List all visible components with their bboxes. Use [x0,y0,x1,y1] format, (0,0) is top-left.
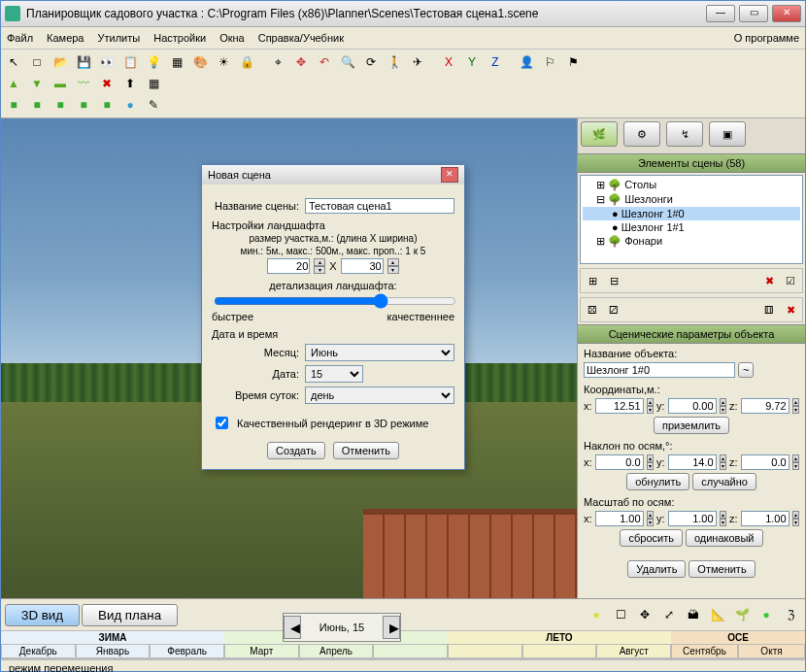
dice3-icon[interactable]: ⚅ [759,300,779,319]
name-dropdown[interactable]: ~ [738,362,754,378]
close-button[interactable]: ✕ [772,5,801,22]
x-axis-icon[interactable]: X [438,51,459,73]
terrain-down-icon[interactable]: ▼ [26,73,48,94]
palette-icon[interactable]: 🎨 [189,51,211,73]
render-checkbox[interactable] [216,417,228,429]
menu-file[interactable]: Файл [7,32,33,44]
tool-a-icon[interactable]: 👤 [516,51,537,73]
month[interactable]: Октя [738,644,805,658]
create-button[interactable]: Создать [267,442,325,459]
terrain-up-icon[interactable]: ▲ [3,73,24,94]
menu-about[interactable]: О программе [734,32,799,44]
menu-windows[interactable]: Окна [219,32,245,44]
water-icon[interactable]: ● [119,94,141,116]
scale-icon[interactable]: ⤢ [658,604,680,625]
tree-item[interactable]: ● Шезлонг 1#0 [583,207,800,220]
month[interactable] [373,644,448,658]
dialog-cancel-button[interactable]: Отменить [333,442,399,459]
tab-objects[interactable]: ▣ [709,121,746,147]
delete-button[interactable]: Удалить [627,560,686,578]
tree-item[interactable]: ⊟ 🌳 Шезлонги [583,192,800,207]
date-next-button[interactable]: ▶ [383,616,400,639]
move-icon[interactable]: ✥ [290,51,312,73]
menu-help[interactable]: Справка/Учебник [258,32,344,44]
scale-x-input[interactable] [595,511,644,526]
coord-z-input[interactable] [741,398,789,414]
cancel-button[interactable]: Отменить [688,560,755,578]
tree-item[interactable]: ● Шезлонг 1#1 [583,220,800,234]
measure-icon[interactable]: 📐 [707,604,728,625]
month[interactable]: Декабрь [1,644,76,658]
menu-settings[interactable]: Настройки [153,32,206,44]
del2-icon[interactable]: ✖ [781,300,800,319]
expand-icon[interactable]: ⊞ [583,271,602,290]
scale-z-input[interactable] [741,511,789,526]
nav-icon[interactable]: ⌖ [267,51,288,73]
plant-icon[interactable]: 🌱 [731,604,753,625]
y-axis-icon[interactable]: Y [461,51,483,73]
ground-button[interactable]: приземлить [654,417,729,434]
dim-y-input[interactable] [341,258,384,274]
detail-slider[interactable] [214,293,456,309]
scene-tree[interactable]: ⊞ 🌳 Столы ⊟ 🌳 Шезлонги ● Шезлонг 1#0 ● Ш… [580,175,803,264]
texture-icon[interactable]: ▦ [166,51,187,73]
tool-c-icon[interactable]: ⚑ [562,51,584,73]
date-select[interactable]: 15 [305,365,363,383]
tree-item[interactable]: ⊞ 🌳 Столы [583,178,800,192]
walk-icon[interactable]: 🚶 [384,51,405,73]
light-icon[interactable]: 💡 [143,51,164,73]
month-select[interactable]: Июнь [305,344,454,361]
month[interactable]: Февраль [150,644,224,658]
new-icon[interactable]: □ [26,51,48,73]
clipboard-icon[interactable]: 📋 [119,51,141,73]
menu-camera[interactable]: Камера [47,32,84,44]
random-button[interactable]: случайно [692,473,756,490]
month[interactable]: Апрель [299,644,374,658]
maximize-button[interactable]: ▭ [739,5,768,22]
sel-tree-icon[interactable]: ☑ [781,271,800,290]
view-plan-button[interactable]: Вид плана [82,604,178,626]
del-tree-icon[interactable]: ✖ [759,271,779,290]
paint3-icon[interactable]: ■ [50,94,71,116]
paint4-icon[interactable]: ■ [73,94,94,116]
date-prev-button[interactable]: ◀ [284,616,301,639]
dialog-close-icon[interactable]: ✕ [441,167,458,183]
coord-y-input[interactable] [668,398,717,414]
binoculars-icon[interactable]: 👀 [96,51,118,73]
terrain-flat-icon[interactable]: ▬ [50,73,71,94]
tilt-z-input[interactable] [741,454,789,470]
scene-name-input[interactable] [305,198,454,214]
same-button[interactable]: одинаковый [686,529,763,547]
tree-item[interactable]: ⊞ 🌳 Фонари [583,234,800,249]
move2-icon[interactable]: ✥ [634,604,655,625]
paint5-icon[interactable]: ■ [96,94,118,116]
tab-paths[interactable]: ↯ [666,121,703,147]
terrain-smooth-icon[interactable]: 〰 [73,73,94,94]
tilt-y-input[interactable] [668,454,717,470]
menu-utils[interactable]: Утилиты [98,32,141,44]
month[interactable]: Март [224,644,299,658]
import-icon[interactable]: ⬆ [119,73,141,94]
lock-icon[interactable]: 🔒 [236,51,257,73]
minimize-button[interactable]: — [706,5,735,22]
paint1-icon[interactable]: ■ [3,94,24,116]
scale-y-input[interactable] [668,511,717,526]
coord-x-input[interactable] [595,398,644,414]
dim-x-input[interactable] [267,258,310,274]
month[interactable]: Сентябрь [671,644,738,658]
tilt-x-input[interactable] [595,454,644,470]
zoom-icon[interactable]: 🔍 [337,51,358,73]
select-icon[interactable]: ☐ [610,604,631,625]
undo-icon[interactable]: ↶ [314,51,335,73]
tab-pipes[interactable]: ⚙ [623,121,660,147]
collapse-icon[interactable]: ⊟ [604,271,623,290]
month[interactable]: Январь [76,644,151,658]
fly-icon[interactable]: ✈ [407,51,428,73]
object-name-input[interactable] [584,362,735,378]
rotate-icon[interactable]: ⟳ [360,51,382,73]
month[interactable] [522,644,597,658]
z-axis-icon[interactable]: Z [485,51,506,73]
zero-button[interactable]: обнулить [626,473,689,490]
paint2-icon[interactable]: ■ [26,94,48,116]
tool-b-icon[interactable]: ⚐ [539,51,560,73]
